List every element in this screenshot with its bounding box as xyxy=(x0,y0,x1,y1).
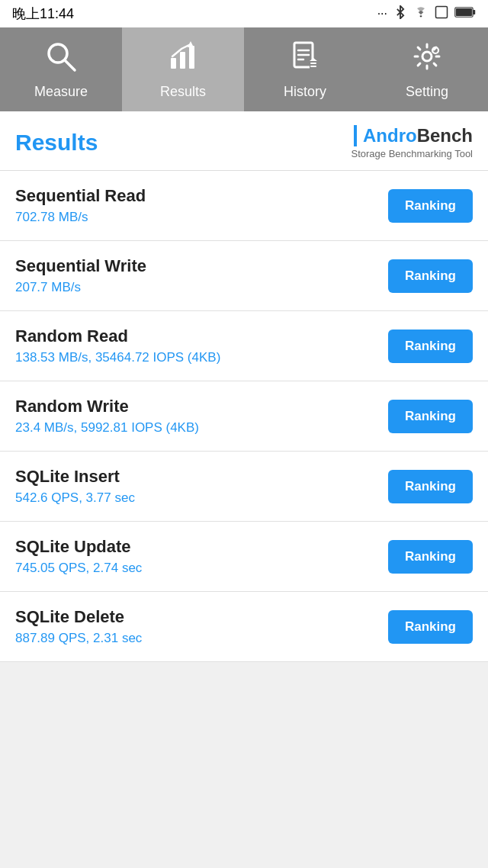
signal-icon xyxy=(435,5,448,22)
svg-rect-7 xyxy=(180,52,185,69)
ranking-button[interactable]: Ranking xyxy=(388,470,473,503)
page-header: Results AndroBench Storage Benchmarking … xyxy=(0,111,488,171)
svg-rect-6 xyxy=(171,58,176,69)
search-icon xyxy=(44,40,78,78)
nav-tabs: Measure Results xyxy=(0,27,488,111)
tab-history[interactable]: History xyxy=(244,27,366,111)
result-info: Random Write 23.4 MB/s, 5992.81 IOPS (4K… xyxy=(15,397,388,436)
ranking-button[interactable]: Ranking xyxy=(388,259,473,293)
result-name: SQLite Update xyxy=(15,537,388,557)
result-value: 702.78 MB/s xyxy=(15,210,388,225)
ranking-button[interactable]: Ranking xyxy=(388,400,473,433)
tab-measure[interactable]: Measure xyxy=(0,27,122,111)
gear-icon xyxy=(410,40,444,78)
result-info: SQLite Insert 542.6 QPS, 3.77 sec xyxy=(15,467,388,506)
svg-rect-8 xyxy=(189,46,194,69)
chart-icon xyxy=(166,40,200,78)
page-title: Results xyxy=(15,130,98,156)
status-icons: ··· xyxy=(377,5,476,22)
brand-name: AndroBench xyxy=(354,125,473,146)
svg-rect-16 xyxy=(310,63,316,64)
battery-icon xyxy=(454,6,476,21)
result-name: Sequential Read xyxy=(15,186,388,206)
result-info: SQLite Delete 887.89 QPS, 2.31 sec xyxy=(15,607,388,646)
dots-icon: ··· xyxy=(377,7,387,21)
result-info: Random Read 138.53 MB/s, 35464.72 IOPS (… xyxy=(15,326,388,365)
tab-setting[interactable]: Setting xyxy=(366,27,488,111)
result-name: SQLite Insert xyxy=(15,467,388,487)
result-name: Sequential Write xyxy=(15,256,388,276)
svg-rect-0 xyxy=(436,7,448,18)
ranking-button[interactable]: Ranking xyxy=(388,330,473,363)
status-bar: 晚上11:44 ··· xyxy=(0,0,488,27)
tab-history-label: History xyxy=(284,84,326,100)
results-list: Sequential Read 702.78 MB/s Ranking Sequ… xyxy=(0,171,488,662)
tab-measure-label: Measure xyxy=(34,84,88,100)
result-name: SQLite Delete xyxy=(15,607,388,627)
result-value: 138.53 MB/s, 35464.72 IOPS (4KB) xyxy=(15,350,388,365)
result-value: 887.89 QPS, 2.31 sec xyxy=(15,631,388,646)
tab-results[interactable]: Results xyxy=(122,27,244,111)
document-icon xyxy=(288,40,322,78)
result-item: Random Write 23.4 MB/s, 5992.81 IOPS (4K… xyxy=(0,381,488,452)
svg-rect-17 xyxy=(310,66,316,67)
result-item: Random Read 138.53 MB/s, 35464.72 IOPS (… xyxy=(0,311,488,381)
svg-marker-9 xyxy=(188,41,194,47)
tab-setting-label: Setting xyxy=(406,84,448,100)
result-info: Sequential Read 702.78 MB/s xyxy=(15,186,388,225)
result-value: 542.6 QPS, 3.77 sec xyxy=(15,490,388,506)
result-item: Sequential Write 207.7 MB/s Ranking xyxy=(0,241,488,311)
result-item: SQLite Update 745.05 QPS, 2.74 sec Ranki… xyxy=(0,522,488,592)
result-item: SQLite Delete 887.89 QPS, 2.31 sec Ranki… xyxy=(0,592,488,662)
brand-rest: Bench xyxy=(417,125,473,146)
result-value: 23.4 MB/s, 5992.81 IOPS (4KB) xyxy=(15,420,388,436)
result-name: Random Write xyxy=(15,397,388,416)
svg-line-5 xyxy=(65,60,75,70)
svg-rect-2 xyxy=(473,10,475,14)
brand-container: AndroBench Storage Benchmarking Tool xyxy=(352,125,473,159)
bluetooth-icon xyxy=(393,5,407,22)
result-info: Sequential Write 207.7 MB/s xyxy=(15,256,388,295)
result-item: SQLite Insert 542.6 QPS, 3.77 sec Rankin… xyxy=(0,452,488,522)
svg-rect-3 xyxy=(456,8,472,16)
wifi-icon xyxy=(413,5,429,22)
brand-highlight: Andro xyxy=(363,125,417,146)
result-value: 207.7 MB/s xyxy=(15,280,388,295)
ranking-button[interactable]: Ranking xyxy=(388,540,473,574)
result-info: SQLite Update 745.05 QPS, 2.74 sec xyxy=(15,537,388,576)
result-item: Sequential Read 702.78 MB/s Ranking xyxy=(0,171,488,241)
status-time: 晚上11:44 xyxy=(12,5,74,23)
svg-point-18 xyxy=(422,52,432,61)
tab-results-label: Results xyxy=(160,84,206,100)
result-name: Random Read xyxy=(15,326,388,346)
ranking-button[interactable]: Ranking xyxy=(388,189,473,223)
result-value: 745.05 QPS, 2.74 sec xyxy=(15,561,388,576)
brand-tagline: Storage Benchmarking Tool xyxy=(352,148,473,159)
ranking-button[interactable]: Ranking xyxy=(388,610,473,644)
svg-marker-15 xyxy=(310,58,317,61)
